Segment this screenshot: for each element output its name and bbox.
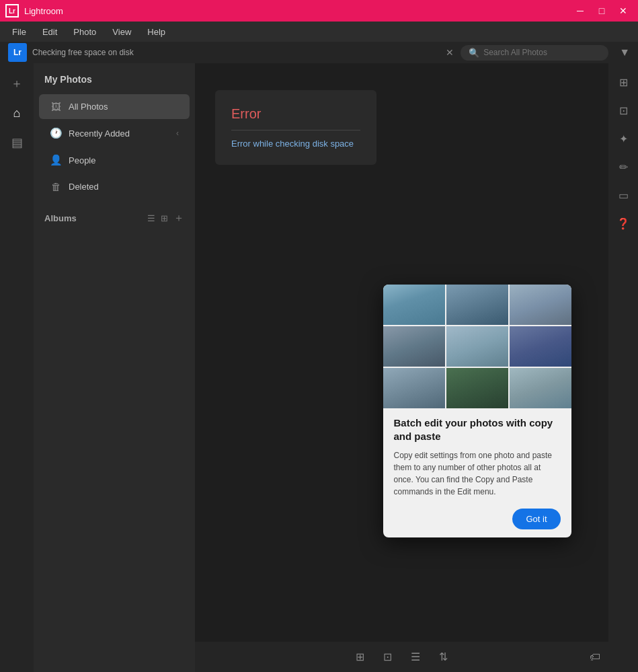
right-icon-info[interactable]: ❓ [612,213,634,234]
photo-cell-2 [446,285,508,325]
status-logo: Lr [8,43,27,62]
all-photos-label: All Photos [69,102,179,112]
albums-section: Albums ☰ ⊞ ＋ [34,200,195,225]
albums-header: Albums ☰ ⊞ ＋ [34,211,195,225]
bottom-sort-icon[interactable]: ⇅ [434,648,453,666]
recently-added-arrow: ‹ [176,128,179,138]
people-label: People [69,155,179,165]
right-icon-adjust[interactable]: ⊞ [612,71,634,93]
recently-added-icon: 🕐 [50,127,62,139]
right-icon-crop[interactable]: ⊡ [612,100,634,121]
sidebar-icon-home[interactable]: ⌂ [5,101,29,125]
menu-photo[interactable]: Photo [67,24,103,40]
bottom-grid-icon[interactable]: ⊞ [350,648,370,666]
deleted-icon: 🗑 [50,181,62,192]
window-controls: ─ □ ✕ [571,4,633,17]
nav-item-deleted[interactable]: 🗑 Deleted [39,174,190,199]
tooltip-body: Copy edit settings from one photo and pa… [394,449,561,498]
albums-grid-view-icon[interactable]: ⊞ [161,213,168,223]
icon-sidebar: ＋ ⌂ ▤ [0,63,34,672]
photo-cell-4 [383,326,445,367]
lr-logo: Lr [5,4,19,17]
albums-add-icon[interactable]: ＋ [173,211,184,225]
search-bar: 🔍 [461,45,608,61]
photo-cell-7 [383,368,445,408]
bottom-detail-icon[interactable]: ⊡ [378,648,397,666]
recently-added-label: Recently Added [69,128,169,139]
people-icon: 👤 [50,154,62,166]
menu-bar: File Edit Photo View Help [0,22,638,42]
menu-edit[interactable]: Edit [36,24,64,40]
nav-item-recently-added[interactable]: 🕐 Recently Added ‹ [39,120,190,146]
right-icon-mask[interactable]: ▭ [612,184,634,206]
minimize-button[interactable]: ─ [571,4,590,17]
search-icon: 🔍 [469,48,479,58]
error-message: Error while checking disk space [231,139,360,149]
maximize-button[interactable]: □ [592,4,611,17]
tooltip-footer: Got it [394,509,561,529]
sidebar-icon-library[interactable]: ▤ [5,130,29,155]
error-panel: Error Error while checking disk space [215,90,376,165]
bottom-tag-icon[interactable]: 🏷 [590,651,600,663]
filter-icon[interactable]: ▼ [619,46,630,59]
tooltip-content: Batch edit your photos with copy and pas… [383,406,571,537]
photo-cell-8 [446,368,508,408]
title-bar-left: Lr Lightroom [5,4,63,17]
tooltip-photos-grid [383,285,571,406]
app-title: Lightroom [24,6,63,16]
title-bar: Lr Lightroom ─ □ ✕ [0,0,638,22]
nav-item-all-photos[interactable]: 🖼 All Photos [39,94,190,119]
menu-file[interactable]: File [5,24,33,40]
nav-panel: My Photos 🖼 All Photos 🕐 Recently Added … [34,63,195,672]
status-close-icon[interactable]: ✕ [444,47,455,58]
photo-cell-9 [510,368,571,408]
search-input[interactable] [483,48,600,57]
bottom-bar: ⊞ ⊡ ☰ ⇅ 🏷 [195,642,608,672]
albums-title: Albums [44,213,142,223]
error-divider [231,130,360,130]
main-layout: ＋ ⌂ ▤ My Photos 🖼 All Photos 🕐 Recently … [0,63,638,672]
menu-view[interactable]: View [106,24,138,40]
photo-cell-6 [510,326,571,367]
close-button[interactable]: ✕ [614,4,633,17]
all-photos-icon: 🖼 [50,101,62,112]
nav-item-people[interactable]: 👤 People [39,147,190,173]
content-area: Error Error while checking disk space Ba… [195,63,608,672]
status-bar-right: 🔍 ▼ [461,45,630,61]
got-it-button[interactable]: Got it [512,509,560,529]
photo-cell-3 [510,285,571,325]
right-sidebar: ⊞ ⊡ ✦ ✏ ▭ ❓ [608,63,638,672]
tooltip-heading: Batch edit your photos with copy and pas… [394,416,561,443]
sidebar-icon-add[interactable]: ＋ [5,71,29,96]
photo-cell-1 [383,285,445,325]
my-photos-title: My Photos [34,74,195,93]
tooltip-dialog: Batch edit your photos with copy and pas… [383,285,571,537]
deleted-label: Deleted [69,182,179,192]
bottom-compare-icon[interactable]: ☰ [405,648,426,666]
status-bar: Lr Checking free space on disk ✕ 🔍 ▼ [0,42,638,63]
right-icon-brush[interactable]: ✏ [612,156,634,178]
status-text: Checking free space on disk [32,48,439,57]
right-icon-heal[interactable]: ✦ [612,128,634,149]
albums-list-view-icon[interactable]: ☰ [147,213,155,223]
menu-help[interactable]: Help [141,24,172,40]
photo-cell-5 [446,326,508,367]
error-title: Error [231,106,360,122]
